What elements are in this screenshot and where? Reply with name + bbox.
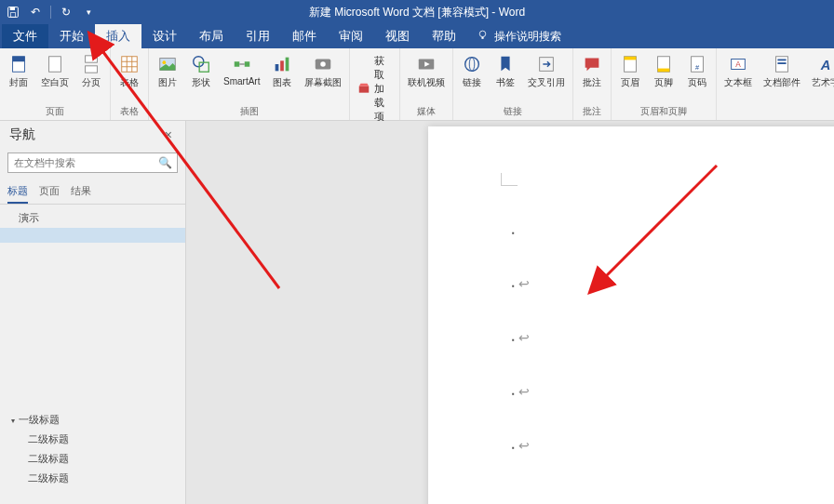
screenshot-icon (313, 54, 333, 74)
nav-item-h1[interactable]: 一级标题 (0, 410, 185, 430)
chart-button[interactable]: 图表 (267, 52, 297, 91)
bookmark-button[interactable]: 书签 (491, 52, 520, 91)
close-icon[interactable]: × (161, 127, 176, 142)
svg-rect-36 (625, 57, 637, 60)
quickparts-button[interactable]: 文档部件 (760, 52, 804, 91)
tab-results[interactable]: 结果 (71, 180, 91, 204)
menu-help[interactable]: 帮助 (421, 24, 467, 48)
document-area[interactable]: 演示↩ ▪ ▪↩ ▪↩ ▪↩ ▪↩ (186, 121, 834, 504)
svg-rect-19 (234, 61, 239, 67)
quickparts-icon (772, 54, 792, 74)
tab-pages[interactable]: 页面 (39, 180, 60, 204)
tell-me-search[interactable]: 操作说明搜索 (467, 24, 571, 48)
svg-rect-44 (778, 60, 787, 61)
textbox-button[interactable]: A 文本框 (720, 52, 756, 91)
svg-rect-20 (244, 61, 249, 67)
menu-design[interactable]: 设计 (141, 24, 188, 48)
qat-dropdown-icon[interactable]: ▾ (81, 5, 96, 20)
nav-title: 导航 (9, 126, 35, 143)
crossref-icon (536, 54, 557, 74)
svg-text:A: A (736, 60, 742, 69)
menu-home[interactable]: 开始 (48, 24, 95, 48)
svg-rect-7 (49, 57, 61, 73)
pictures-button[interactable]: 图片 (153, 52, 182, 91)
wordart-button[interactable]: A 艺术字 (808, 52, 834, 91)
svg-rect-2 (10, 13, 15, 18)
menu-bar: 文件 开始 插入 设计 布局 引用 邮件 审阅 视图 帮助 操作说明搜索 (0, 24, 834, 48)
shapes-button[interactable]: 形状 (186, 52, 216, 91)
menu-layout[interactable]: 布局 (188, 24, 235, 48)
svg-rect-22 (281, 60, 285, 71)
nav-item-demo[interactable]: 演示 (0, 208, 185, 228)
tell-me-label: 操作说明搜索 (494, 29, 561, 45)
smartart-icon (232, 54, 252, 74)
blank-page-button[interactable]: 空白页 (37, 52, 73, 91)
nav-item-h2[interactable]: 二级标题 (0, 449, 185, 469)
ribbon-group-text: A 文本框 文档部件 A 艺术字 (717, 48, 834, 120)
svg-point-25 (321, 61, 327, 67)
svg-rect-8 (86, 56, 98, 62)
cover-page-button[interactable]: 封面 (4, 52, 34, 91)
comment-button[interactable]: 批注 (577, 52, 607, 91)
svg-point-32 (465, 58, 479, 72)
chart-icon (272, 54, 292, 74)
crossref-button[interactable]: 交叉引用 (524, 52, 569, 91)
undo-icon[interactable]: ↶ (28, 5, 43, 20)
search-input[interactable] (7, 153, 178, 173)
nav-item-h2[interactable]: 二级标题 (0, 469, 185, 488)
nav-item-h2[interactable]: 二级标题 (0, 430, 185, 449)
ribbon-group-illustrations: 图片 形状 SmartArt 图表 屏幕截图 插图 (149, 48, 350, 120)
paragraph: ▪↩ (512, 384, 834, 399)
header-button[interactable]: 页眉 (615, 52, 645, 91)
page-number-button[interactable]: # 页码 (682, 52, 712, 91)
ribbon-group-links: 链接 书签 交叉引用 链接 (453, 48, 573, 120)
store-icon (357, 82, 370, 97)
page-break-icon (81, 54, 101, 74)
ribbon-group-header-footer: 页眉 页脚 # 页码 页眉和页脚 (612, 48, 717, 120)
screenshot-button[interactable]: 屏幕截图 (301, 52, 345, 91)
nav-headings-list: 演示 一级标题 二级标题 二级标题 二级标题 (0, 205, 185, 504)
nav-search: 🔍 (7, 153, 178, 173)
link-icon (462, 54, 482, 74)
redo-icon[interactable]: ↻ (59, 5, 74, 20)
menu-references[interactable]: 引用 (235, 24, 281, 48)
paragraph: ▪ (512, 229, 834, 237)
menu-file[interactable]: 文件 (2, 24, 48, 48)
menu-insert[interactable]: 插入 (95, 24, 141, 48)
pictures-icon (157, 54, 178, 74)
online-video-button[interactable]: 联机视频 (404, 52, 449, 91)
comment-icon (582, 54, 602, 74)
lightbulb-icon (477, 29, 489, 44)
menu-view[interactable]: 视图 (374, 24, 421, 48)
window-title: 新建 Microsoft Word 文档 [兼容模式] - Word (309, 5, 525, 20)
svg-point-33 (470, 58, 476, 72)
svg-rect-9 (86, 66, 98, 73)
ribbon-group-pages: 封面 空白页 分页 页面 (0, 48, 111, 120)
menu-review[interactable]: 审阅 (328, 24, 374, 48)
link-button[interactable]: 链接 (457, 52, 487, 91)
save-icon[interactable] (6, 5, 20, 20)
tab-headings[interactable]: 标题 (7, 180, 28, 204)
svg-rect-45 (778, 62, 787, 64)
svg-rect-23 (286, 58, 289, 72)
page-break-button[interactable]: 分页 (76, 52, 106, 91)
menu-mailings[interactable]: 邮件 (281, 24, 328, 48)
footer-icon (653, 54, 674, 74)
svg-point-3 (479, 31, 486, 37)
svg-rect-6 (13, 57, 25, 62)
shapes-icon (191, 54, 211, 74)
table-button[interactable]: 表格 (114, 52, 144, 91)
video-icon (416, 54, 437, 74)
get-addins-button[interactable]: 获取加载项 (354, 52, 396, 126)
wordart-icon: A (815, 54, 834, 74)
bookmark-icon (495, 54, 516, 74)
paragraph: ▪↩ (512, 276, 834, 291)
navigation-pane: 导航 × 🔍 标题 页面 结果 演示 一级标题 二级标题 二级标题 二级标题 (0, 121, 186, 504)
svg-point-16 (163, 60, 167, 64)
search-icon[interactable]: 🔍 (158, 156, 172, 169)
title-bar: ↶ ↻ ▾ 新建 Microsoft Word 文档 [兼容模式] - Word (0, 0, 834, 24)
nav-item-selected[interactable] (0, 228, 185, 243)
footer-button[interactable]: 页脚 (649, 52, 679, 91)
svg-rect-38 (658, 69, 670, 73)
smartart-button[interactable]: SmartArt (220, 52, 263, 88)
